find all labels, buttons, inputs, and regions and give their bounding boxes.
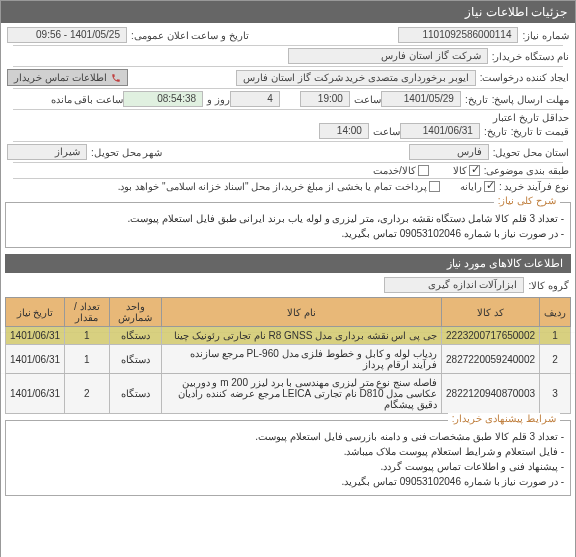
cell-unit: دستگاه: [109, 374, 162, 414]
time-remaining: 08:54:38: [123, 91, 203, 107]
table-row[interactable]: 12223200717650002جی پی اس نقشه برداری مد…: [6, 327, 571, 345]
khadamat-label: کالا/خدمت: [373, 165, 416, 176]
valid-date: 1401/06/31: [400, 123, 480, 139]
cell-qty: 1: [65, 345, 109, 374]
col-row: ردیف: [540, 298, 571, 327]
valid-label: حداقل تاریخ اعتبار: [493, 112, 569, 123]
phone-icon: [111, 73, 121, 83]
summary-title: شرح کلی نیاز:: [494, 195, 560, 206]
time-label-2: ساعت: [373, 126, 400, 137]
cell-name: ردیاب لوله و کابل و خطوط فلزی مدل PL-960…: [162, 345, 442, 374]
conditions-group: شرایط پیشنهادی خریدار: - تعداد 3 قلم کال…: [5, 420, 571, 496]
org-label: نام دستگاه خریدار:: [492, 51, 569, 62]
cell-name: فاصله سنج نوع متر لیزری مهندسی با برد لی…: [162, 374, 442, 414]
cell-qty: 2: [65, 374, 109, 414]
date-sublabel-2: تاریخ:: [484, 126, 507, 137]
cell-code: 2822120940870003: [442, 374, 540, 414]
rayane-label: رایانه: [460, 181, 482, 192]
cond-line-1: - تعداد 3 قلم کالا طبق مشخصات فنی و دامن…: [12, 429, 564, 444]
cell-code: 2827220059240002: [442, 345, 540, 374]
need-no-value: 1101092586000114: [398, 27, 518, 43]
summary-line-2: - در صورت نیاز با شماره 09053102046 تماس…: [12, 226, 564, 241]
need-no-label: شماره نیاز:: [522, 30, 569, 41]
cond-line-2: - فایل استعلام و شرایط استعلام پیوست ملا…: [12, 444, 564, 459]
cell-n: 1: [540, 327, 571, 345]
cell-unit: دستگاه: [109, 345, 162, 374]
pay-checkbox[interactable]: [429, 181, 440, 192]
rayane-checkbox[interactable]: [484, 181, 495, 192]
kala-label: کالا: [453, 165, 467, 176]
col-name: نام کالا: [162, 298, 442, 327]
days-label: روز و: [207, 94, 230, 105]
time-label-1: ساعت: [354, 94, 381, 105]
cell-n: 3: [540, 374, 571, 414]
province-value: فارس: [409, 144, 489, 160]
valid-sublabel: قیمت تا تاریخ:: [511, 126, 569, 137]
col-unit: واحد شمارش: [109, 298, 162, 327]
deadline-label: مهلت ارسال پاسخ:: [492, 94, 569, 105]
cell-date: 1401/06/31: [6, 374, 65, 414]
cell-qty: 1: [65, 327, 109, 345]
page-header: جزئیات اطلاعات نیاز: [1, 1, 575, 23]
process-label: نوع فرآیند خرید :: [499, 181, 569, 192]
col-qty: تعداد / مقدار: [65, 298, 109, 327]
city-label: شهر محل تحویل:: [91, 147, 162, 158]
kala-checkbox[interactable]: [469, 165, 480, 176]
creator-label: ایجاد کننده درخواست:: [480, 72, 569, 83]
conditions-title: شرایط پیشنهادی خریدار:: [448, 413, 560, 424]
contact-buyer-label: اطلاعات تماس خریدار: [14, 72, 107, 83]
pay-text: پرداخت تمام یا بخشی از مبلغ خرید،از محل …: [118, 181, 427, 192]
cond-line-4: - در صورت نیاز با شماره 09053102046 تماس…: [12, 474, 564, 489]
date-sublabel: تاریخ:: [465, 94, 488, 105]
public-date-label: تاریخ و ساعت اعلان عمومی:: [131, 30, 249, 41]
contact-buyer-button[interactable]: اطلاعات تماس خریدار: [7, 69, 128, 86]
table-row[interactable]: 32822120940870003فاصله سنج نوع متر لیزری…: [6, 374, 571, 414]
group-value: ابزارآلات اندازه گیری: [384, 277, 524, 293]
cell-date: 1401/06/31: [6, 327, 65, 345]
cell-n: 2: [540, 345, 571, 374]
cond-line-3: - پیشنهاد فنی و اطلاعات تماس پیوست گردد.: [12, 459, 564, 474]
days-remaining: 4: [230, 91, 280, 107]
remain-label: ساعت باقی مانده: [51, 94, 124, 105]
city-value: شیراز: [7, 144, 87, 160]
deadline-date: 1401/05/29: [381, 91, 461, 107]
cell-unit: دستگاه: [109, 327, 162, 345]
items-table: ردیف کد کالا نام کالا واحد شمارش تعداد /…: [5, 297, 571, 414]
col-date: تاریخ نیاز: [6, 298, 65, 327]
deadline-time: 19:00: [300, 91, 350, 107]
classify-label: طبقه بندی موضوعی:: [484, 165, 569, 176]
cell-name: جی پی اس نقشه برداری مدل R8 GNSS نام تجا…: [162, 327, 442, 345]
page-title: جزئیات اطلاعات نیاز: [465, 5, 567, 19]
table-row[interactable]: 22827220059240002ردیاب لوله و کابل و خطو…: [6, 345, 571, 374]
summary-group: شرح کلی نیاز: - تعداد 3 قلم کالا شامل دس…: [5, 202, 571, 248]
creator-value: ایوبر برخورداری متصدی خرید شرکت گاز استا…: [236, 70, 475, 86]
cell-date: 1401/06/31: [6, 345, 65, 374]
khadamat-checkbox[interactable]: [418, 165, 429, 176]
summary-line-1: - تعداد 3 قلم کالا شامل دستگاه نقشه بردا…: [12, 211, 564, 226]
cell-code: 2223200717650002: [442, 327, 540, 345]
col-code: کد کالا: [442, 298, 540, 327]
org-value: شرکت گاز استان فارس: [288, 48, 488, 64]
province-label: استان محل تحویل:: [493, 147, 569, 158]
valid-time: 14:00: [319, 123, 369, 139]
group-label: گروه کالا:: [528, 280, 569, 291]
items-section-title: اطلاعات کالاهای مورد نیاز: [5, 254, 571, 273]
public-date-value: 1401/05/25 - 09:56: [7, 27, 127, 43]
